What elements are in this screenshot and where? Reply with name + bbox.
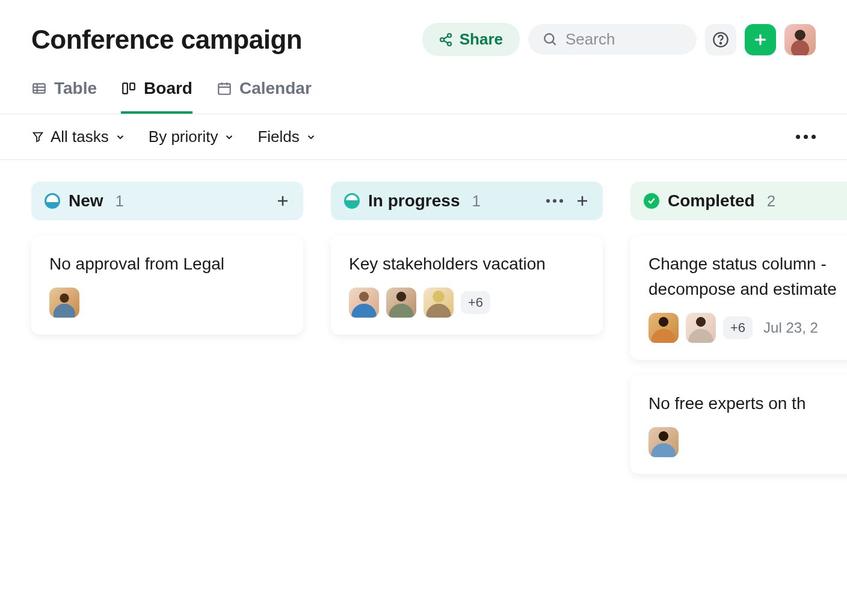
filter-all-tasks[interactable]: All tasks bbox=[31, 128, 126, 146]
svg-point-1 bbox=[440, 38, 444, 42]
add-card-button[interactable] bbox=[276, 194, 290, 208]
svg-point-5 bbox=[544, 34, 553, 43]
svg-line-4 bbox=[443, 40, 448, 43]
task-card[interactable]: No free experts on th bbox=[630, 375, 847, 474]
column-count: 1 bbox=[472, 192, 480, 211]
column-completed: Completed 2 Change status column - decom… bbox=[630, 182, 847, 490]
chevron-down-icon bbox=[306, 132, 316, 143]
svg-point-0 bbox=[448, 34, 451, 37]
add-button[interactable] bbox=[745, 24, 776, 55]
tab-label: Board bbox=[144, 79, 192, 98]
column-name: Completed bbox=[668, 191, 755, 211]
assignee-avatar[interactable] bbox=[386, 288, 416, 318]
task-card[interactable]: Change status column - decompose and est… bbox=[630, 236, 847, 360]
column-count: 1 bbox=[116, 192, 124, 211]
due-date: Jul 23, 2 bbox=[763, 319, 818, 336]
svg-line-6 bbox=[552, 42, 555, 45]
assignee-avatar[interactable] bbox=[49, 288, 79, 318]
filter-label: All tasks bbox=[51, 128, 109, 146]
chevron-down-icon bbox=[224, 132, 235, 143]
assignee-avatar[interactable] bbox=[648, 313, 679, 343]
card-title: No approval from Legal bbox=[49, 251, 285, 277]
add-card-button[interactable] bbox=[575, 194, 590, 208]
assignee-avatar[interactable] bbox=[648, 427, 679, 457]
share-label: Share bbox=[460, 30, 503, 49]
user-avatar[interactable] bbox=[784, 24, 816, 55]
column-new: New 1 No approval from Legal bbox=[31, 182, 303, 490]
fields-label: Fields bbox=[257, 128, 299, 146]
sort-by-priority[interactable]: By priority bbox=[149, 128, 235, 146]
search-icon bbox=[543, 32, 558, 48]
column-in-progress: In progress 1 Key stakeholders vacation … bbox=[331, 182, 603, 490]
share-icon bbox=[439, 32, 454, 47]
tab-board[interactable]: Board bbox=[121, 79, 192, 114]
column-more[interactable] bbox=[546, 199, 563, 203]
share-button[interactable]: Share bbox=[422, 23, 520, 56]
status-icon-progress bbox=[344, 193, 360, 209]
chevron-down-icon bbox=[115, 132, 126, 143]
board-icon bbox=[121, 81, 137, 96]
table-icon bbox=[31, 81, 47, 96]
column-count: 2 bbox=[767, 192, 775, 211]
help-icon bbox=[712, 31, 729, 48]
search-input[interactable] bbox=[565, 30, 682, 49]
tab-calendar[interactable]: Calendar bbox=[217, 79, 312, 114]
svg-point-2 bbox=[448, 42, 451, 46]
task-card[interactable]: No approval from Legal bbox=[31, 236, 303, 334]
task-card[interactable]: Key stakeholders vacation +6 bbox=[331, 236, 603, 334]
search-wrap[interactable] bbox=[528, 24, 697, 55]
assignee-avatar[interactable] bbox=[686, 313, 716, 343]
card-title: Key stakeholders vacation bbox=[349, 251, 585, 277]
filter-icon bbox=[31, 131, 45, 144]
column-name: In progress bbox=[368, 191, 460, 211]
column-name: New bbox=[69, 191, 103, 211]
tab-label: Table bbox=[54, 79, 97, 98]
svg-line-3 bbox=[443, 36, 448, 38]
tab-label: Calendar bbox=[239, 79, 312, 98]
card-title: No free experts on th bbox=[648, 391, 847, 416]
card-title: Change status column - decompose and est… bbox=[648, 251, 847, 302]
svg-point-8 bbox=[720, 42, 721, 43]
fields-selector[interactable]: Fields bbox=[257, 128, 316, 146]
assignee-avatar[interactable] bbox=[424, 288, 454, 318]
status-icon-done bbox=[644, 193, 659, 209]
svg-rect-16 bbox=[130, 83, 135, 90]
calendar-icon bbox=[217, 81, 232, 96]
status-icon-new bbox=[45, 193, 60, 209]
toolbar-more[interactable] bbox=[796, 135, 816, 139]
assignee-avatar[interactable] bbox=[349, 288, 379, 318]
sort-label: By priority bbox=[149, 128, 218, 146]
svg-rect-15 bbox=[123, 83, 128, 93]
assignee-overflow[interactable]: +6 bbox=[461, 291, 490, 314]
svg-rect-17 bbox=[218, 84, 230, 94]
assignee-overflow[interactable]: +6 bbox=[723, 316, 753, 339]
help-button[interactable] bbox=[705, 24, 736, 55]
plus-icon bbox=[753, 32, 768, 48]
tab-table[interactable]: Table bbox=[31, 79, 97, 114]
page-title: Conference campaign bbox=[31, 25, 302, 55]
svg-rect-11 bbox=[33, 84, 45, 93]
